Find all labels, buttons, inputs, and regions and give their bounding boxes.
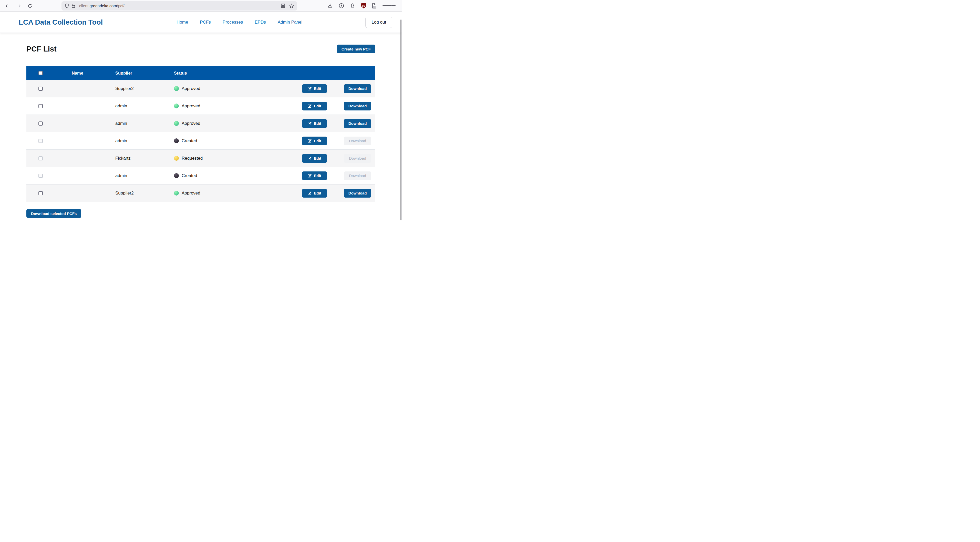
- account-button[interactable]: [339, 3, 344, 8]
- status-cell: Approved: [174, 86, 277, 91]
- extensions-button[interactable]: [350, 3, 355, 8]
- pencil-edit-icon: [308, 104, 312, 108]
- status-cell: Created: [174, 139, 277, 143]
- forward-icon: [16, 3, 21, 8]
- supplier-cell: admin: [115, 104, 174, 108]
- status-cell: Approved: [174, 191, 277, 196]
- status-label: Requested: [181, 156, 203, 161]
- download-button[interactable]: Download: [344, 119, 371, 128]
- nav-pcfs[interactable]: PCFs: [200, 20, 211, 25]
- download-button[interactable]: Download: [344, 102, 371, 110]
- row-checkbox[interactable]: [38, 191, 43, 195]
- status-dot: [174, 121, 179, 126]
- ublock-button[interactable]: uO: [361, 3, 366, 8]
- downloads-button[interactable]: [328, 3, 332, 8]
- reader-sidebar-button[interactable]: [372, 3, 376, 8]
- download-button-disabled: Download: [344, 154, 371, 163]
- column-header-name: Name: [72, 71, 115, 76]
- menu-button[interactable]: [382, 5, 396, 7]
- table-header-row: Name Supplier Status: [26, 66, 375, 80]
- column-header-supplier: Supplier: [115, 71, 174, 76]
- row-checkbox[interactable]: [38, 156, 43, 160]
- download-selected-pcfs-button[interactable]: Download selected PCFs: [26, 209, 81, 218]
- table-row: admin Created Edit Download: [26, 132, 375, 150]
- nav-home[interactable]: Home: [177, 20, 188, 25]
- status-dot: [174, 86, 179, 91]
- browser-toolbar: client.greendelta.com/pcf/ uO: [0, 0, 402, 12]
- downloads-icon: [328, 3, 332, 8]
- pencil-edit-icon: [308, 139, 312, 143]
- pencil-edit-icon: [308, 156, 312, 160]
- back-button[interactable]: [3, 2, 12, 10]
- tracking-shield-icon[interactable]: [65, 3, 69, 8]
- row-checkbox[interactable]: [38, 87, 43, 91]
- status-label: Approved: [181, 104, 200, 108]
- forward-button[interactable]: [14, 2, 23, 10]
- status-cell: Approved: [174, 121, 277, 126]
- pcf-table: Name Supplier Status Supplier2 Approved …: [26, 66, 375, 202]
- page-scrollbar[interactable]: [401, 19, 401, 220]
- pencil-edit-icon: [308, 191, 312, 195]
- status-dot: [174, 191, 179, 196]
- row-checkbox[interactable]: [38, 139, 43, 143]
- edit-button[interactable]: Edit: [302, 171, 327, 180]
- status-dot: [174, 173, 179, 178]
- download-button-disabled: Download: [344, 171, 371, 180]
- app-logo[interactable]: LCA Data Collection Tool: [19, 18, 103, 26]
- row-checkbox[interactable]: [38, 174, 43, 178]
- nav-admin-panel[interactable]: Admin Panel: [278, 20, 302, 25]
- table-row: admin Approved Edit Download: [26, 97, 375, 115]
- back-icon: [5, 3, 10, 8]
- reload-icon: [28, 3, 32, 8]
- edit-button[interactable]: Edit: [302, 154, 327, 163]
- save-page-icon[interactable]: [280, 3, 285, 8]
- url-path: /pcf/: [117, 3, 124, 8]
- supplier-cell: Fickartz: [115, 156, 174, 161]
- status-dot: [174, 139, 179, 143]
- edit-button[interactable]: Edit: [302, 84, 327, 93]
- select-all-checkbox[interactable]: [38, 71, 43, 75]
- reload-button[interactable]: [25, 2, 34, 10]
- create-new-pcf-button[interactable]: Create new PCF: [337, 45, 375, 53]
- edit-button[interactable]: Edit: [302, 189, 327, 198]
- nav-processes[interactable]: Processes: [223, 20, 243, 25]
- nav-epds[interactable]: EPDs: [255, 20, 266, 25]
- supplier-cell: Supplier2: [115, 191, 174, 196]
- logout-button[interactable]: Log out: [365, 17, 392, 28]
- row-checkbox[interactable]: [38, 104, 43, 108]
- supplier-cell: admin: [115, 139, 174, 143]
- status-dot: [174, 156, 179, 161]
- main-content: PCF List Create new PCF Name Supplier St…: [0, 43, 402, 218]
- status-label: Approved: [181, 191, 200, 196]
- edit-button[interactable]: Edit: [302, 102, 327, 110]
- status-label: Created: [181, 139, 197, 143]
- hamburger-icon: [382, 5, 387, 6]
- supplier-cell: admin: [115, 173, 174, 179]
- main-nav: Home PCFs Processes EPDs Admin Panel: [177, 20, 302, 25]
- status-label: Approved: [181, 121, 200, 126]
- url-bar[interactable]: client.greendelta.com/pcf/: [62, 1, 297, 11]
- url-text: client.greendelta.com/pcf/: [79, 3, 124, 8]
- extensions-puzzle-icon: [350, 3, 355, 8]
- table-row: Fickartz Requested Edit Download: [26, 150, 375, 167]
- url-subdomain: client.: [79, 3, 90, 8]
- lock-icon[interactable]: [72, 3, 75, 8]
- pencil-edit-icon: [308, 87, 312, 91]
- status-cell: Requested: [174, 156, 277, 161]
- download-button[interactable]: Download: [344, 189, 371, 198]
- url-host: greendelta.com: [90, 3, 117, 8]
- download-button[interactable]: Download: [344, 84, 371, 93]
- table-row: admin Approved Edit Download: [26, 115, 375, 132]
- account-icon: [339, 3, 344, 8]
- status-cell: Approved: [174, 104, 277, 108]
- bookmark-star-icon[interactable]: [289, 3, 294, 8]
- row-checkbox[interactable]: [38, 121, 43, 126]
- document-icon: [372, 3, 376, 8]
- edit-button[interactable]: Edit: [302, 119, 327, 128]
- table-row: Supplier2 Approved Edit Download: [26, 80, 375, 97]
- table-row: admin Created Edit Download: [26, 167, 375, 185]
- status-label: Approved: [181, 86, 200, 91]
- edit-button[interactable]: Edit: [302, 137, 327, 145]
- ublock-shield-icon: uO: [361, 3, 366, 8]
- app-header: LCA Data Collection Tool Home PCFs Proce…: [0, 12, 402, 33]
